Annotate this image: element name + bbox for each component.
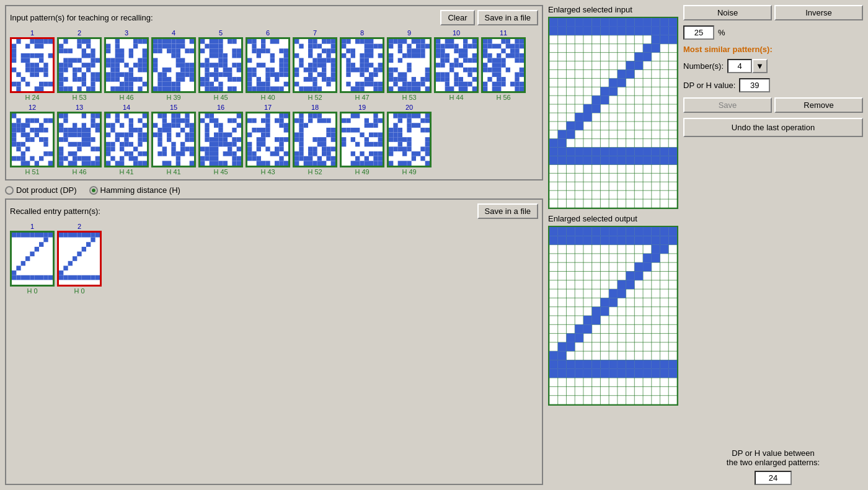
pattern-item[interactable]: 7H 52 [293, 29, 337, 101]
svg-rect-1365 [592, 307, 601, 316]
undo-button[interactable]: Undo the last operation [683, 118, 863, 137]
save-in-file-button-top[interactable]: Save in a file [477, 10, 538, 25]
svg-rect-1012 [365, 123, 369, 128]
svg-rect-635 [43, 118, 48, 123]
percent-row: % [683, 25, 863, 40]
pattern-item[interactable]: 15H 41 [151, 104, 196, 176]
save-button[interactable]: Save [683, 97, 772, 113]
pattern-canvas[interactable] [293, 37, 337, 93]
svg-rect-1376 [558, 351, 567, 360]
svg-rect-527 [445, 53, 450, 58]
pattern-canvas[interactable] [104, 112, 149, 167]
pattern-item[interactable]: 16H 45 [198, 104, 243, 176]
pattern-canvas[interactable] [104, 37, 149, 93]
pattern-item[interactable]: 14H 41 [104, 104, 149, 176]
pattern-item[interactable]: 12H 51 [10, 104, 55, 176]
noise-button[interactable]: Noise [683, 5, 772, 20]
remove-button[interactable]: Remove [774, 97, 863, 113]
pattern-canvas[interactable] [151, 37, 196, 93]
radio-h-btn[interactable] [89, 186, 98, 195]
pattern-canvas[interactable] [198, 112, 243, 167]
pattern-canvas[interactable] [340, 37, 384, 93]
pattern-canvas[interactable] [198, 37, 243, 93]
svg-rect-1140 [86, 242, 91, 247]
pattern-canvas[interactable] [246, 37, 290, 93]
svg-rect-970 [312, 137, 317, 142]
enlarged-input-title: Enlarged selected input [548, 5, 678, 14]
inverse-button[interactable]: Inverse [774, 5, 863, 20]
pattern-canvas[interactable] [57, 112, 102, 167]
pattern-item[interactable]: 17H 43 [246, 104, 290, 176]
svg-rect-1231 [634, 53, 643, 61]
svg-rect-930 [265, 146, 270, 151]
svg-rect-748 [129, 128, 133, 133]
pattern-item[interactable]: 4H 39 [151, 29, 196, 101]
pattern-canvas[interactable] [340, 112, 384, 167]
pattern-canvas[interactable] [434, 37, 479, 93]
pattern-item[interactable]: 11H 56 [481, 29, 526, 101]
radio-h[interactable]: Hamming distance (H) [89, 185, 180, 195]
pattern-canvas[interactable] [57, 37, 102, 93]
pattern-label: H 0 [27, 287, 37, 295]
percent-input[interactable] [683, 25, 714, 40]
svg-rect-341 [322, 39, 326, 44]
svg-rect-1081 [407, 142, 411, 147]
pattern-item[interactable]: 18H 52 [293, 104, 337, 176]
pattern-canvas[interactable] [10, 231, 55, 287]
svg-rect-842 [237, 114, 241, 118]
pattern-item[interactable]: 8H 47 [340, 29, 384, 101]
pattern-canvas[interactable] [10, 37, 55, 93]
pattern-canvas[interactable] [481, 37, 526, 93]
svg-rect-365 [312, 63, 317, 68]
svg-rect-253 [232, 63, 236, 68]
svg-rect-724 [82, 156, 86, 161]
svg-rect-965 [299, 133, 303, 138]
pattern-item[interactable]: 2H 0 [57, 223, 102, 295]
pattern-label: H 41 [166, 168, 180, 176]
pattern-item[interactable]: 6H 40 [246, 29, 290, 101]
svg-rect-160 [153, 39, 157, 44]
pattern-canvas[interactable] [387, 112, 432, 167]
pattern-canvas[interactable] [151, 112, 196, 167]
pattern-canvas[interactable] [57, 231, 102, 287]
svg-rect-611 [515, 72, 519, 77]
svg-rect-49 [77, 39, 81, 44]
svg-rect-465 [407, 48, 411, 53]
number-input[interactable] [727, 59, 752, 73]
svg-rect-27 [12, 68, 16, 73]
pattern-item[interactable]: 2H 53 [57, 29, 102, 101]
number-dropdown[interactable]: ▼ [752, 59, 768, 73]
pattern-canvas[interactable] [246, 112, 290, 167]
pattern-item[interactable]: 10H 44 [434, 29, 479, 101]
pattern-canvas[interactable] [293, 112, 337, 167]
pattern-item[interactable]: 13H 46 [57, 104, 102, 176]
radio-dp-btn[interactable] [5, 186, 14, 195]
pattern-item[interactable]: 3H 46 [104, 29, 149, 101]
pattern-item[interactable]: 19H 49 [340, 104, 384, 176]
pattern-canvas[interactable] [387, 37, 432, 93]
svg-rect-616 [515, 77, 519, 82]
pattern-item[interactable]: 1H 0 [10, 223, 55, 295]
pattern-canvas[interactable] [10, 112, 55, 167]
dp-h-between-input[interactable] [755, 471, 792, 485]
svg-rect-46 [39, 86, 43, 91]
pattern-item[interactable]: 1H 24 [10, 29, 55, 101]
pattern-item[interactable]: 20H 49 [387, 104, 432, 176]
svg-rect-295 [284, 48, 288, 53]
pattern-item[interactable]: 9H 53 [387, 29, 432, 101]
save-in-file-button-bottom[interactable]: Save in a file [477, 203, 538, 219]
svg-rect-957 [322, 118, 326, 123]
svg-rect-61 [86, 53, 91, 58]
svg-rect-466 [412, 48, 416, 53]
clear-button[interactable]: Clear [440, 10, 474, 25]
svg-rect-1005 [355, 114, 360, 118]
svg-rect-573 [520, 39, 524, 44]
dp-h-input[interactable] [739, 78, 770, 92]
pattern-item[interactable]: 5H 45 [198, 29, 243, 101]
radio-dp[interactable]: Dot product (DP) [5, 185, 77, 195]
svg-rect-944 [265, 161, 270, 166]
svg-rect-886 [205, 156, 209, 161]
svg-rect-374 [331, 68, 335, 73]
svg-rect-63 [63, 58, 68, 63]
svg-rect-1239 [600, 87, 609, 96]
